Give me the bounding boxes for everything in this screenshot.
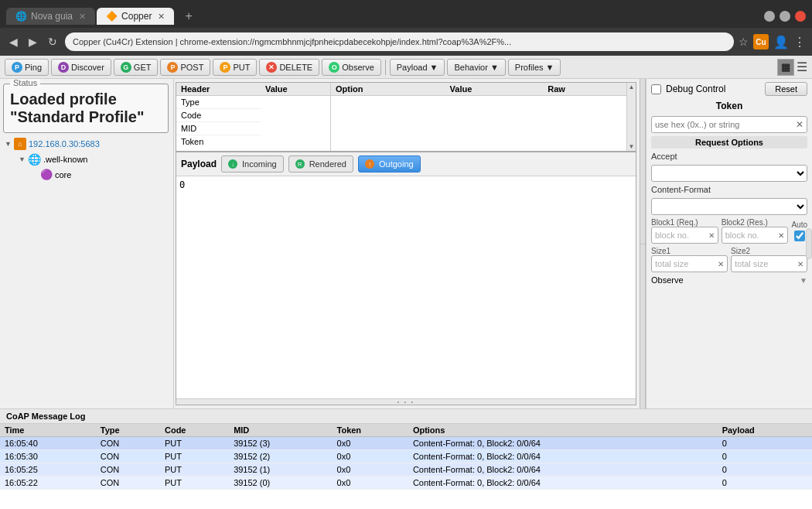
- block2-input[interactable]: block no. ✕: [722, 227, 789, 244]
- size-row: Size1 total size ✕ Size2 total size ✕: [651, 247, 807, 272]
- option-col2: Value: [445, 83, 544, 96]
- bookmark-button[interactable]: ☆: [739, 36, 749, 48]
- post-button[interactable]: P POST: [160, 59, 210, 76]
- scroll-down-arrow[interactable]: ▼: [629, 143, 635, 150]
- delete-label: DELETE: [279, 63, 312, 72]
- option-scrollbar[interactable]: ▲ ▼: [626, 83, 636, 151]
- log-col-payload: Payload: [718, 424, 812, 437]
- right-scrollbar[interactable]: [806, 228, 812, 259]
- log-cell-code: PUT: [160, 450, 229, 463]
- token-clear-button[interactable]: ✕: [796, 119, 803, 130]
- tree-core[interactable]: 🟣 core: [3, 167, 170, 182]
- log-row[interactable]: 16:05:22CONPUT39152 (0)0x0Content-Format…: [0, 477, 812, 490]
- behavior-dropdown[interactable]: Behavior ▼: [447, 59, 505, 76]
- tab-nova-guia[interactable]: 🌐 Nova guia ✕: [6, 8, 95, 25]
- reload-button[interactable]: ↻: [45, 34, 60, 50]
- accept-label: Accept: [651, 152, 807, 161]
- payload-panel: Payload ↓ Incoming R Rendered ↑ Outgoing: [176, 152, 636, 405]
- back-button[interactable]: ◀: [6, 34, 21, 50]
- get-button[interactable]: G GET: [114, 59, 159, 76]
- tree-well-known[interactable]: ▼ 🌐 .well-known: [3, 152, 170, 167]
- token-section-title: Token: [651, 101, 807, 111]
- auto-checkbox[interactable]: [794, 231, 805, 241]
- tree-toggle-host[interactable]: ▼: [5, 140, 12, 148]
- tree-toggle-wk[interactable]: ▼: [19, 155, 26, 163]
- log-cell-type: CON: [96, 437, 160, 450]
- status-title: Loaded profile "Standard Profile": [10, 91, 162, 126]
- block1-placeholder: block no.: [655, 231, 689, 240]
- core-icon: 🟣: [40, 169, 53, 180]
- size2-clear[interactable]: ✕: [797, 260, 803, 268]
- profile-button[interactable]: 👤: [773, 35, 789, 50]
- block1-clear[interactable]: ✕: [708, 231, 715, 240]
- log-cell-time: 16:05:40: [0, 437, 96, 450]
- log-cell-options: Content-Format: 0, Block2: 0/0/64: [408, 477, 718, 490]
- view-toggle-list[interactable]: ▦: [778, 60, 793, 75]
- log-cell-token: 0x0: [333, 450, 408, 463]
- observe-button[interactable]: O Observe: [322, 59, 381, 76]
- log-title: CoAP Message Log: [0, 409, 812, 424]
- accept-select[interactable]: [651, 165, 807, 182]
- header-col2: Value: [261, 83, 330, 96]
- tree-host[interactable]: ▼ ⌂ 192.168.0.30:5683: [3, 136, 170, 152]
- debug-label: Debug Control: [666, 84, 725, 94]
- delete-button[interactable]: ✕ DELETE: [259, 59, 319, 76]
- block2-clear[interactable]: ✕: [778, 231, 784, 240]
- scroll-up-arrow[interactable]: ▲: [629, 84, 635, 91]
- debug-checkbox[interactable]: [651, 84, 661, 94]
- rendered-button[interactable]: R Rendered: [288, 155, 353, 173]
- discover-icon: D: [58, 62, 69, 73]
- reset-button[interactable]: Reset: [765, 82, 807, 96]
- menu-button[interactable]: ⋮: [793, 35, 806, 50]
- tab-icon-1: 🌐: [15, 11, 26, 22]
- observe-label: Observe: [651, 275, 684, 285]
- tab-copper[interactable]: 🔶 Copper ✕: [97, 8, 174, 25]
- log-row[interactable]: 16:05:30CONPUT39152 (2)0x0Content-Format…: [0, 450, 812, 463]
- tab-close-2[interactable]: ✕: [158, 12, 165, 22]
- header-col1: Header: [176, 83, 261, 96]
- discover-button[interactable]: D Discover: [51, 59, 111, 76]
- header-mid: MID: [176, 122, 261, 135]
- log-row[interactable]: 16:05:40CONPUT39152 (3)0x0Content-Format…: [0, 437, 812, 450]
- log-col-mid: MID: [229, 424, 332, 437]
- header-panel: Header Value Type Code: [176, 83, 331, 151]
- token-field[interactable]: [655, 120, 796, 129]
- ext-menu-button[interactable]: ☰: [797, 60, 807, 74]
- content-format-select[interactable]: [651, 198, 807, 215]
- address-bar-input[interactable]: [65, 32, 734, 51]
- outgoing-button[interactable]: ↑ Outgoing: [358, 155, 421, 173]
- log-cell-token: 0x0: [333, 477, 408, 490]
- minimize-button[interactable]: [764, 11, 775, 22]
- put-button[interactable]: P PUT: [213, 59, 257, 76]
- payload-textarea[interactable]: [176, 176, 636, 398]
- log-cell-type: CON: [96, 463, 160, 477]
- observe-expand-icon[interactable]: ▼: [800, 276, 807, 285]
- size2-input[interactable]: total size ✕: [731, 255, 807, 272]
- payload-resize-handle[interactable]: • • •: [176, 398, 636, 405]
- maximize-button[interactable]: [780, 11, 790, 22]
- globe-icon: 🌐: [28, 153, 41, 166]
- tree-host-link[interactable]: 192.168.0.30:5683: [29, 139, 100, 149]
- post-label: POST: [180, 63, 203, 72]
- log-row[interactable]: 16:05:25CONPUT39152 (1)0x0Content-Format…: [0, 463, 812, 477]
- new-tab-button[interactable]: +: [179, 8, 198, 25]
- extension-icon[interactable]: Cu: [753, 34, 769, 50]
- block1-input[interactable]: block no. ✕: [651, 227, 718, 244]
- size1-clear[interactable]: ✕: [718, 260, 724, 268]
- vertical-resize-handle[interactable]: ⋮: [640, 79, 646, 408]
- request-options-title: Request Options: [651, 136, 807, 149]
- ping-button[interactable]: P Ping: [5, 59, 49, 76]
- incoming-button[interactable]: ↓ Incoming: [221, 155, 284, 173]
- tab-label-1: Nova guia: [31, 11, 73, 22]
- tab-close-1[interactable]: ✕: [79, 12, 86, 22]
- view-toggle: ▦: [777, 59, 794, 76]
- close-button[interactable]: [795, 11, 806, 22]
- log-col-code: Code: [160, 424, 229, 437]
- token-input-wrapper: ✕: [651, 116, 807, 133]
- put-icon: P: [220, 62, 230, 73]
- forward-button[interactable]: ▶: [26, 34, 40, 50]
- profiles-dropdown[interactable]: Profiles ▼: [508, 59, 561, 76]
- size1-input[interactable]: total size ✕: [651, 255, 728, 272]
- payload-dropdown[interactable]: Payload ▼: [390, 59, 445, 76]
- log-cell-mid: 39152 (2): [229, 450, 332, 463]
